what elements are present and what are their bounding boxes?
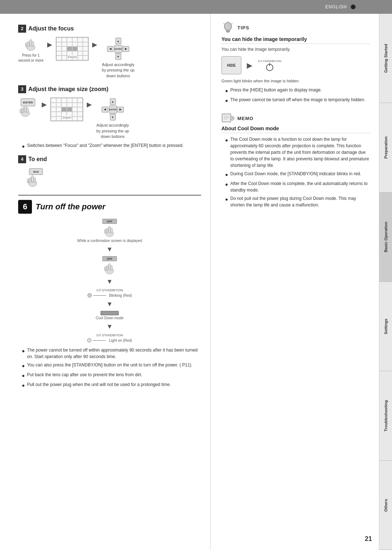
svg-rect-13 bbox=[34, 178, 36, 183]
indicator-line-row: Blinking (Red) bbox=[87, 293, 132, 297]
arrow-down-1: ▼ bbox=[106, 246, 113, 253]
bullet-dot: ● bbox=[225, 171, 228, 178]
arrow-3: ▶ bbox=[42, 100, 47, 108]
arrow-down-4: ▼ bbox=[106, 323, 113, 331]
bullet-dot: ● bbox=[22, 362, 25, 370]
dot-2 bbox=[358, 4, 363, 9]
section-3-bullets: ● Switches between "Focus" and "Zoom" wh… bbox=[22, 142, 201, 150]
dpad-left-2: ◀ bbox=[102, 107, 108, 112]
arrow-1: ▶ bbox=[47, 41, 52, 49]
light-circle bbox=[87, 338, 91, 342]
section-4: 4 To end Exit bbox=[18, 155, 201, 188]
memo-icon bbox=[221, 113, 234, 123]
zoom-screen: Zoom bbox=[50, 98, 83, 121]
exit-btn-container: Exit bbox=[25, 168, 47, 188]
svg-rect-17 bbox=[106, 228, 108, 233]
arrow-4: ▶ bbox=[87, 100, 92, 108]
power-step-1: OFF While a confirmation screen is displ… bbox=[77, 219, 142, 243]
power-off-steps: OFF While a confirmation screen is displ… bbox=[18, 219, 201, 342]
screen-label-zoom: Zoom bbox=[62, 116, 71, 119]
language-label: ENGLISH bbox=[325, 4, 347, 9]
sidebar-tab-getting-started[interactable]: Getting Started bbox=[379, 14, 392, 103]
memo-label: MEMO bbox=[237, 116, 253, 121]
dpad-center-2: ENTER bbox=[109, 106, 117, 114]
svg-rect-6 bbox=[24, 106, 26, 112]
top-bar: ENGLISH bbox=[0, 0, 392, 14]
power-circle bbox=[266, 64, 273, 71]
tips-header: TIPS bbox=[221, 21, 370, 34]
off-label: OFF bbox=[102, 219, 117, 224]
screen-box-zoom: Zoom bbox=[50, 98, 83, 121]
sidebar-tab-settings[interactable]: Settings bbox=[379, 282, 392, 371]
sidebar-tab-basic-operation[interactable]: Basic Operation bbox=[379, 193, 392, 282]
tips-body: You can hide the image temporarily. bbox=[221, 47, 370, 52]
dotted-divider bbox=[221, 44, 370, 44]
hand-icon-off1 bbox=[103, 224, 117, 238]
light-dash bbox=[93, 340, 106, 341]
memo-bullet-3: ● After the Cool Down mode is complete, … bbox=[225, 180, 370, 193]
indicator-dash bbox=[93, 295, 106, 296]
arrow-right-tips: ▶ bbox=[247, 61, 252, 70]
memo-bullet-2: ● During Cool Down mode, the [STANDBY/ON… bbox=[225, 171, 370, 178]
svg-rect-23 bbox=[111, 266, 113, 271]
dpad-up: ▲ bbox=[115, 38, 121, 44]
sidebar-tab-label: Settings bbox=[384, 319, 388, 334]
press-hand: Press for 1 second or more bbox=[18, 37, 44, 63]
svg-rect-3 bbox=[32, 41, 34, 46]
section-3-num: 3 bbox=[18, 85, 26, 93]
svg-rect-31 bbox=[222, 114, 231, 122]
section-3-title: 3 Adjust the image size (zoom) bbox=[18, 85, 201, 93]
hide-btn-container: HIDE bbox=[221, 56, 241, 74]
dpad: ▲ ◀ ENTER ▶ ▼ bbox=[106, 37, 130, 61]
sidebar-tab-preparation[interactable]: Preparation bbox=[379, 103, 392, 192]
off-btn-container-2: OFF bbox=[102, 256, 117, 275]
focus-screen: Focus bbox=[56, 37, 89, 61]
hand-icon bbox=[24, 37, 38, 52]
tips-subtitle: You can hide the image temporarily bbox=[221, 36, 370, 42]
svg-rect-24 bbox=[105, 267, 106, 271]
svg-rect-11 bbox=[31, 176, 33, 182]
tips-bullet-1: ● Press the [HIDE] button again to displ… bbox=[225, 87, 370, 95]
right-sidebar: Getting Started Preparation Basic Operat… bbox=[379, 14, 392, 550]
bullet-dot: ● bbox=[225, 136, 228, 144]
press-caption: Press for 1 second or more bbox=[18, 53, 44, 63]
memo-bullet-1: ● The Cool Down mode is a function to co… bbox=[225, 136, 370, 169]
svg-point-25 bbox=[224, 22, 232, 30]
svg-rect-2 bbox=[27, 41, 29, 46]
sidebar-tab-troubleshooting[interactable]: Troubleshooting bbox=[379, 371, 392, 460]
memo-header: MEMO bbox=[221, 113, 370, 123]
dpad-right-2: ▶ bbox=[117, 107, 124, 112]
dotted-divider-2 bbox=[221, 133, 370, 133]
memo-box: MEMO About Cool Down mode ● The Cool Dow… bbox=[221, 113, 370, 208]
indicator-circle bbox=[87, 293, 92, 297]
status-dots bbox=[351, 4, 370, 9]
right-panel: TIPS You can hide the image temporarily … bbox=[211, 14, 379, 550]
svg-rect-9 bbox=[20, 109, 21, 113]
off-btn-container: OFF bbox=[102, 219, 117, 238]
svg-rect-8 bbox=[26, 108, 28, 113]
hand-icon-exit bbox=[25, 173, 40, 188]
standby-on-icon: ⊙/I STANDBY/ON bbox=[258, 59, 281, 71]
dpad-zoom: ▲ ◀ ENTER ▶ ▼ Adjust accordingly by pres… bbox=[95, 98, 130, 139]
screen-box: Focus bbox=[56, 37, 89, 61]
bullet-dot: ● bbox=[225, 87, 228, 95]
hide-button: HIDE bbox=[221, 56, 241, 74]
bullet-item: ● Switches between "Focus" and "Zoom" wh… bbox=[22, 142, 201, 150]
sidebar-tab-others[interactable]: Others bbox=[379, 461, 392, 550]
section-6-num: 6 bbox=[18, 200, 32, 214]
power-step-2: OFF bbox=[102, 256, 117, 275]
bullet-dot: ● bbox=[225, 97, 228, 104]
section-3-steps: ENTER ▶ bbox=[18, 98, 201, 139]
svg-rect-4 bbox=[25, 43, 27, 47]
sidebar-tab-label: Basic Operation bbox=[384, 222, 388, 252]
dpad-left: ◀ bbox=[107, 46, 114, 52]
green-blink-text: Green light blinks when the image is hid… bbox=[221, 79, 370, 83]
dpad-down-2: ▼ bbox=[110, 114, 116, 120]
light-indicator-row: Light on (Red) bbox=[87, 338, 132, 342]
svg-rect-27 bbox=[226, 31, 229, 32]
section-2-num: 2 bbox=[18, 25, 26, 33]
adjust-caption: Adjust accordingly by pressing the up do… bbox=[101, 62, 135, 79]
arrow-down-2: ▼ bbox=[106, 278, 113, 286]
lightbulb-icon bbox=[221, 21, 234, 34]
svg-line-30 bbox=[224, 23, 224, 24]
